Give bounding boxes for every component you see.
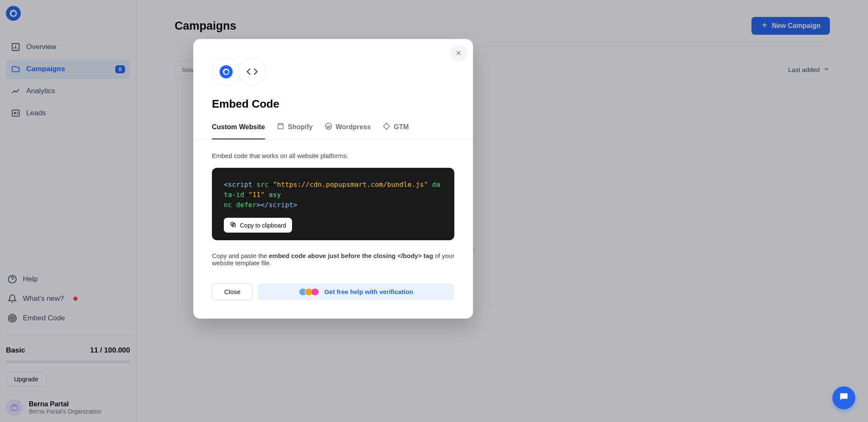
chat-icon xyxy=(838,391,849,404)
tab-label: Custom Website xyxy=(212,123,265,131)
button-label: Copy to clipboard xyxy=(240,222,286,229)
support-avatars-icon xyxy=(299,288,319,296)
modal-overlay[interactable]: Embed Code Custom Website Shopify Wordpr… xyxy=(0,0,868,422)
copy-icon xyxy=(230,221,236,229)
tab-custom-website[interactable]: Custom Website xyxy=(212,122,265,139)
gtm-icon xyxy=(383,122,390,132)
shopify-icon xyxy=(277,122,284,132)
tab-shopify[interactable]: Shopify xyxy=(277,122,313,139)
modal-description: Embed code that works on all website pla… xyxy=(212,152,454,159)
embed-script-code: <script src="https://cdn.popupsmart.com/… xyxy=(224,180,442,210)
tab-wordpress[interactable]: Wordpress xyxy=(325,122,371,139)
modal-tabs: Custom Website Shopify Wordpress GTM xyxy=(193,122,473,139)
close-icon xyxy=(455,49,462,58)
code-block: <script src="https://cdn.popupsmart.com/… xyxy=(212,168,454,240)
wordpress-icon xyxy=(325,122,332,132)
tab-label: Wordpress xyxy=(336,123,371,131)
code-icon xyxy=(238,58,266,86)
get-help-verification-button[interactable]: Get free help with verification xyxy=(258,283,454,300)
embed-code-modal: Embed Code Custom Website Shopify Wordpr… xyxy=(193,39,473,319)
close-modal-button[interactable] xyxy=(450,45,467,62)
tab-gtm[interactable]: GTM xyxy=(383,122,409,139)
tab-label: Shopify xyxy=(288,123,313,131)
copy-to-clipboard-button[interactable]: Copy to clipboard xyxy=(224,218,292,233)
modal-title: Embed Code xyxy=(212,97,454,111)
close-button[interactable]: Close xyxy=(212,283,253,300)
button-label: Get free help with verification xyxy=(324,288,413,295)
tab-label: GTM xyxy=(394,123,409,131)
svg-rect-19 xyxy=(384,123,390,130)
modal-hint: Copy and paste the embed code above just… xyxy=(212,252,454,267)
brand-logo-icon xyxy=(212,58,240,86)
chat-widget-button[interactable] xyxy=(832,386,855,409)
